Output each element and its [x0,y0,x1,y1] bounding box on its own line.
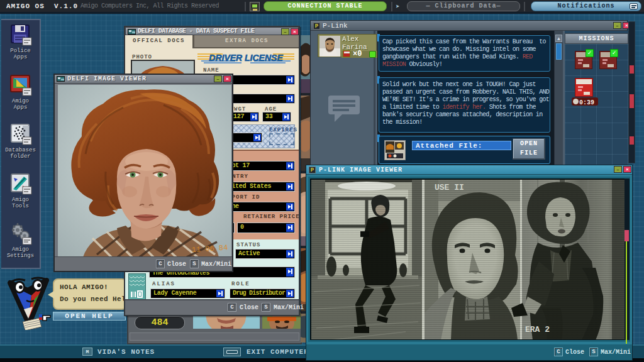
svg-text:DRIVER LICENSE: DRIVER LICENSE [209,53,283,63]
